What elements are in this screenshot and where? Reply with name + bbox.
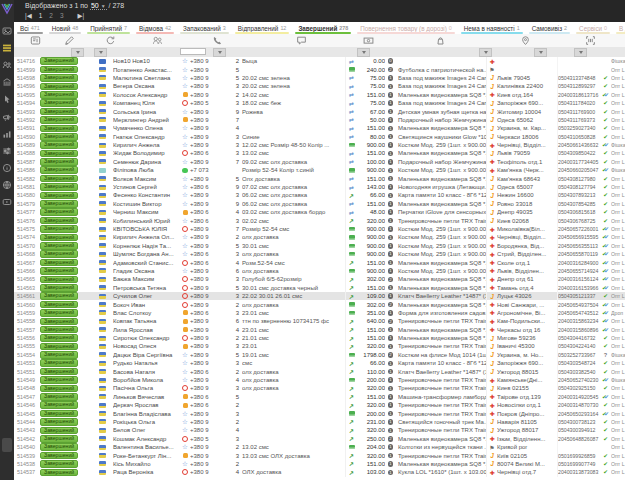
order-row[interactable]: 514582ЗавершенийВолков Максим☆+380 95Олх… [14, 174, 625, 182]
order-row[interactable]: 514592ЗавершенийМерклингер Андрей+380 97… [14, 116, 625, 124]
order-row[interactable]: 514575ЗавершенийКВІТОВСЬКА ЮЛІЯ+380 97Ро… [14, 225, 625, 233]
order-row[interactable]: 514587ЗавершенийСеменюк Дарина☆+380 9709… [14, 158, 625, 166]
stats-icon[interactable] [2, 129, 12, 139]
order-row[interactable]: 514593ЗавершенийСольська Ірина☆+380 99Ро… [14, 107, 625, 115]
order-row[interactable]: 514568ЗавершенийШумляс Богдана Ан...☆+38… [14, 250, 625, 258]
order-row[interactable]: 514554ЗавершенийДацюк Віра Сергіївна☆+38… [14, 351, 625, 359]
customers-icon[interactable] [2, 60, 12, 70]
page-button[interactable]: 2 [49, 12, 53, 19]
sliders-icon[interactable] [2, 146, 12, 156]
order-row[interactable]: 514538ЗавершенийКісь Михайло☆+380 92↗151… [14, 460, 625, 468]
order-row[interactable]: 514537ЗавершенийРаца Вероніка+380 94ОЛХ … [14, 468, 625, 476]
order-row[interactable]: 514553ЗавершенийРудько Наталья☆+380 93см… [14, 359, 625, 367]
tab-Всі[interactable]: Всі471 [14, 22, 46, 34]
first-page-button[interactable]: |◀ [25, 12, 32, 19]
last-page-button[interactable]: ▶| [78, 12, 85, 19]
order-row[interactable]: 514596ЗавершенийВегера Оксана☆+380 9320.… [14, 82, 625, 90]
tab-Новий[interactable]: Новий48 [46, 22, 84, 34]
order-row[interactable]: 514594ЗавершенийКомпанец Юля+380 5318.02… [14, 99, 625, 107]
tab-Запакований[interactable]: Запакований3 [177, 22, 232, 34]
order-row[interactable]: 514545ЗавершенийБлагінна Владіслава☆+380… [14, 409, 625, 417]
order-row[interactable]: 514560ЗавершенийБокоч Иван+380 92олх дос… [14, 300, 625, 308]
order-row[interactable]: 514580ЗавершенийФесенко Константин☆+380 … [14, 191, 625, 199]
order-row[interactable]: 514590ЗавершенийГнатюк Олександр☆+380 93… [14, 133, 625, 141]
page-button[interactable]: 3 [60, 12, 64, 19]
order-row[interactable]: 514716ЗавершенийНов10 Нов10☆+380 92Выца⇄… [14, 57, 625, 65]
column-header-payment-icon[interactable] [363, 35, 374, 46]
order-row[interactable]: 514558ЗавершенийКовпак Татьяна+380 96ттн… [14, 317, 625, 325]
order-row[interactable]: 514559ЗавершенийВлас Слоткоу+380 6323.01… [14, 309, 625, 317]
order-row[interactable]: 514555ЗавершенийНовосад Олеся+380 9323.0… [14, 342, 625, 350]
hand-pointer-icon[interactable] [2, 94, 12, 104]
filter-dropdown[interactable] [94, 48, 107, 57]
order-row[interactable]: 514544ЗавершенийРокіцька Ольга☆+380 92↗2… [14, 418, 625, 426]
order-row[interactable]: 514570ЗавершенийКорнелюк Надія Та...☆+38… [14, 242, 625, 250]
order-row[interactable]: 514540ЗавершенийВалентина Василье...☆+38… [14, 443, 625, 451]
tab-Відмова[interactable]: Відмова42 [133, 22, 177, 34]
filter-dropdown[interactable] [479, 48, 492, 57]
tab-Завершений[interactable]: Завершений278 [292, 22, 354, 34]
column-header-phone-icon[interactable] [212, 35, 223, 46]
order-row[interactable]: 514574ЗавершенийКирилич Анжела Ол...☆+38… [14, 233, 625, 241]
order-row[interactable]: 514539ЗавершенийРоке-Бетанкурт Лін...+38… [14, 451, 625, 459]
order-row[interactable]: 514595ЗавершенийКолосок Александр+380 92… [14, 91, 625, 99]
megaphone-icon[interactable] [2, 112, 12, 122]
tab-В дорозі додому[interactable]: В дорозі додому [613, 22, 625, 34]
order-row[interactable]: 514586ЗавершенийФіліпова Люба+7 073Розмі… [14, 166, 625, 174]
orders-count: 4 [230, 124, 242, 132]
gallery-icon[interactable] [2, 26, 12, 36]
order-row[interactable]: 514549ЗавершенийВоробйов Микола☆+380 94о… [14, 376, 625, 384]
column-header-comment-icon[interactable] [296, 35, 307, 46]
globe-icon[interactable] [2, 180, 12, 190]
order-row[interactable]: 514598ЗавершенийМалютина Светлана☆+380 9… [14, 74, 625, 82]
order-row[interactable]: 514546ЗавершенийДеркач Ярослав+380 62↗32… [14, 401, 625, 409]
orders-list-icon[interactable] [2, 43, 12, 53]
column-header-status-edit-icon[interactable] [64, 35, 75, 46]
order-row[interactable]: 514551ЗавершенийБасова Наталя☆+380 62олх… [14, 367, 625, 375]
column-header-product-icon[interactable] [435, 35, 446, 46]
tab-Прийнятий[interactable]: Прийнятий7 [84, 22, 133, 34]
page-size-dropdown[interactable]: 50 ▼ [90, 2, 107, 10]
filter-dropdown[interactable] [213, 48, 226, 57]
column-header-id-list-icon[interactable] [30, 35, 41, 46]
column-header-delivery-location-icon[interactable] [520, 35, 531, 46]
video-icon[interactable] [2, 197, 12, 207]
page-button[interactable]: 1 [39, 12, 43, 19]
filter-dropdown[interactable] [357, 48, 370, 57]
tab-Сервіси[interactable]: Сервіси0 [573, 22, 613, 34]
order-row[interactable]: 514548ЗавершенийПасічна Ольга+380 93олх … [14, 384, 625, 392]
order-row[interactable]: 514589ЗавершенийКирилич Анжела☆+380 9312… [14, 141, 625, 149]
app-logo-icon[interactable] [1, 1, 13, 14]
order-row[interactable]: 514565ЗавершенийБаюка Максим+380 93Голуб… [14, 275, 625, 283]
order-row[interactable]: 514577ЗавершенийЧерниш Максим+380 6403.0… [14, 208, 625, 216]
order-row[interactable]: 514591ЗавершенийЧумаченко Олена☆+380 94⇄… [14, 124, 625, 132]
order-row[interactable]: 514579ЗавершенийКостишин Виктор☆+380 990… [14, 200, 625, 208]
sidebar-scroll-thumb[interactable] [2, 438, 12, 452]
order-row[interactable]: 514581ЗавершенийУстинов Сергей☆+380 6907… [14, 183, 625, 191]
order-row[interactable]: 514557ЗавершенийЛила Ярослав+380 9423.01… [14, 326, 625, 334]
order-row[interactable]: 514542ЗавершенийКошмак Александр+380 53↗… [14, 435, 625, 443]
filter-dropdown[interactable] [574, 48, 587, 57]
filter-dropdown[interactable] [71, 48, 84, 57]
order-row[interactable]: 514567ЗавершенийАдамовский Станис...+380… [14, 258, 625, 266]
info-icon[interactable] [2, 163, 12, 173]
order-row[interactable]: 514543ЗавершенийБелов Олег☆+380 94↗320.0… [14, 426, 625, 434]
order-row[interactable]: 514576ЗавершенийКобилинський Юрий☆+380 6… [14, 216, 625, 224]
column-header-customers-icon[interactable] [152, 35, 163, 46]
tab-Самовивіз[interactable]: Самовивіз2 [526, 22, 573, 34]
column-header-callback-icon[interactable] [105, 35, 116, 46]
order-row[interactable]: 514547ЗавершенийЛиньков Вячеслав+380 65↗… [14, 393, 625, 401]
order-row[interactable]: 514566ЗавершенийГладик Оксана☆+380 96олх… [14, 267, 625, 275]
order-row[interactable]: 514556ЗавершенийСиротюк Олександр+380 92… [14, 334, 625, 342]
column-header-ttn-scan-icon[interactable] [585, 35, 596, 46]
order-row[interactable]: 514599ЗавершенийПотапенко Анастас...☆+38… [14, 65, 625, 73]
order-row[interactable]: 514563ЗавершенийПетровська Тетяна+380 95… [14, 284, 625, 292]
phone-filter-input[interactable] [180, 48, 206, 55]
order-row[interactable]: 514561ЗавершенийСучилов Олег+380 9322.02… [14, 292, 625, 300]
filter-dropdown[interactable] [534, 48, 547, 57]
tab-Відправлений[interactable]: Відправлений12 [232, 22, 293, 34]
bank-icon[interactable] [2, 77, 12, 87]
tab-Нема в наявності[interactable]: Нема в наявності1 [458, 22, 526, 34]
order-row[interactable]: 514588ЗавершенийЖидак Володимир+380 6313… [14, 149, 625, 157]
tab-Повернення товару (в дорозі)[interactable]: Повернення товару (в дорозі)0 [354, 22, 458, 34]
